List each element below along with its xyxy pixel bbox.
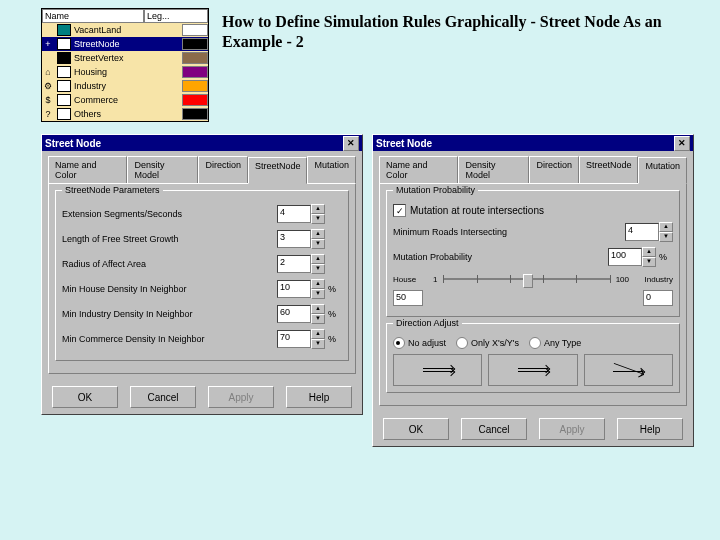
chevron-up-icon[interactable]: ▲	[311, 279, 325, 289]
radio-only-x-s-y-s[interactable]: Only X's/Y's	[456, 337, 519, 349]
direction-diagram-xy	[488, 354, 577, 386]
mutation-prob-input[interactable]: 100 ▲▼	[608, 247, 656, 267]
slider-value-left[interactable]: 50	[393, 290, 423, 306]
legend-window: Name Leg... VacantLand+StreetNodeStreetV…	[41, 8, 209, 122]
field-label: Length of Free Street Growth	[62, 234, 277, 244]
tab-name-and-color[interactable]: Name and Color	[48, 156, 127, 183]
tab-streetnode[interactable]: StreetNode	[248, 157, 308, 184]
legend-row[interactable]: VacantLand	[42, 23, 208, 37]
chevron-down-icon[interactable]: ▼	[642, 257, 656, 267]
legend-row[interactable]: ⚙Industry	[42, 79, 208, 93]
chevron-down-icon[interactable]: ▼	[311, 339, 325, 349]
chevron-up-icon[interactable]: ▲	[311, 204, 325, 214]
legend-header-name[interactable]: Name	[42, 9, 144, 23]
chevron-down-icon[interactable]: ▼	[311, 314, 325, 324]
legend-row[interactable]: StreetVertex	[42, 51, 208, 65]
field-label: Extension Segments/Seconds	[62, 209, 277, 219]
density-slider[interactable]	[443, 272, 609, 286]
tab-mutation[interactable]: Mutation	[307, 156, 356, 183]
field-label: Min Commerce Density In Neighbor	[62, 334, 277, 344]
ok-button[interactable]: OK	[52, 386, 118, 408]
chevron-up-icon[interactable]: ▲	[311, 229, 325, 239]
ok-button[interactable]: OK	[383, 418, 449, 440]
chevron-down-icon[interactable]: ▼	[311, 239, 325, 249]
field-label: Min Industry Density In Neighbor	[62, 309, 277, 319]
chevron-up-icon[interactable]: ▲	[311, 304, 325, 314]
slider-label-right: Industry	[629, 275, 673, 284]
chevron-up-icon[interactable]: ▲	[311, 329, 325, 339]
dialog-title: Street Node	[45, 138, 101, 149]
group-title: Mutation Probability	[393, 185, 478, 195]
apply-button[interactable]: Apply	[208, 386, 274, 408]
field-label: Radius of Affect Area	[62, 259, 277, 269]
cancel-button[interactable]: Cancel	[461, 418, 527, 440]
direction-diagram-noadjust	[393, 354, 482, 386]
unit-label: %	[328, 309, 342, 319]
mutation-checkbox[interactable]: ✓	[393, 204, 406, 217]
legend-row[interactable]: $Commerce	[42, 93, 208, 107]
apply-button[interactable]: Apply	[539, 418, 605, 440]
field-label: Mutation Probability	[393, 252, 608, 262]
legend-header-leg[interactable]: Leg...	[144, 9, 208, 23]
spin-input[interactable]: 60▲▼	[277, 304, 325, 324]
spin-input[interactable]: 4▲▼	[277, 204, 325, 224]
chevron-down-icon[interactable]: ▼	[311, 289, 325, 299]
unit-label: %	[659, 252, 673, 262]
chevron-down-icon[interactable]: ▼	[659, 232, 673, 242]
dialog-streetnode-params: Street Node ✕ Name and ColorDensity Mode…	[41, 134, 363, 415]
tab-mutation[interactable]: Mutation	[638, 157, 687, 184]
slider-value-right[interactable]: 0	[643, 290, 673, 306]
legend-row[interactable]: ⌂Housing	[42, 65, 208, 79]
cancel-button[interactable]: Cancel	[130, 386, 196, 408]
chevron-up-icon[interactable]: ▲	[659, 222, 673, 232]
spin-input[interactable]: 10▲▼	[277, 279, 325, 299]
tab-streetnode[interactable]: StreetNode	[579, 156, 639, 183]
group-title: Direction Adjust	[393, 318, 462, 328]
tab-direction[interactable]: Direction	[198, 156, 248, 183]
unit-label: %	[328, 334, 342, 344]
chevron-up-icon[interactable]: ▲	[642, 247, 656, 257]
direction-diagram-any	[584, 354, 673, 386]
chevron-down-icon[interactable]: ▼	[311, 214, 325, 224]
chevron-up-icon[interactable]: ▲	[311, 254, 325, 264]
dialog-streetnode-mutation: Street Node ✕ Name and ColorDensity Mode…	[372, 134, 694, 447]
min-roads-input[interactable]: 4 ▲▼	[625, 222, 673, 242]
slider-label-left: House	[393, 275, 433, 284]
help-button[interactable]: Help	[617, 418, 683, 440]
tab-density-model[interactable]: Density Model	[458, 156, 529, 183]
tab-density-model[interactable]: Density Model	[127, 156, 198, 183]
legend-row[interactable]: +StreetNode	[42, 37, 208, 51]
slide-title: How to Define Simulation Rules Graphical…	[222, 12, 712, 52]
chevron-down-icon[interactable]: ▼	[311, 264, 325, 274]
field-label: Minimum Roads Intersecting	[393, 227, 625, 237]
radio-no-adjust[interactable]: No adjust	[393, 337, 446, 349]
close-icon[interactable]: ✕	[343, 136, 359, 151]
close-icon[interactable]: ✕	[674, 136, 690, 151]
tab-name-and-color[interactable]: Name and Color	[379, 156, 458, 183]
tab-direction[interactable]: Direction	[529, 156, 579, 183]
radio-any-type[interactable]: Any Type	[529, 337, 581, 349]
spin-input[interactable]: 70▲▼	[277, 329, 325, 349]
unit-label: %	[328, 284, 342, 294]
legend-row[interactable]: ?Others	[42, 107, 208, 121]
checkbox-label: Mutation at route intersections	[410, 205, 544, 216]
spin-input[interactable]: 3▲▼	[277, 229, 325, 249]
group-title: StreetNode Parameters	[62, 185, 163, 195]
help-button[interactable]: Help	[286, 386, 352, 408]
dialog-title: Street Node	[376, 138, 432, 149]
field-label: Min House Density In Neighbor	[62, 284, 277, 294]
spin-input[interactable]: 2▲▼	[277, 254, 325, 274]
